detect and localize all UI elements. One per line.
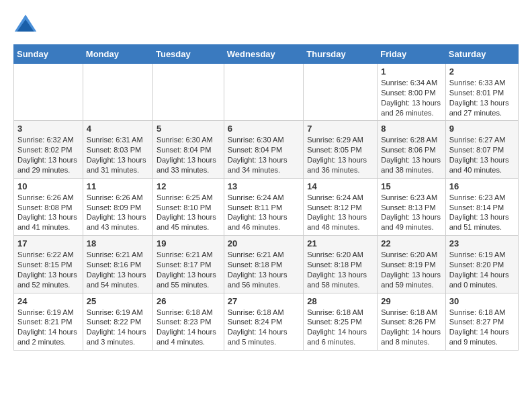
calendar-cell: 25Sunrise: 6:19 AMSunset: 8:22 PMDayligh…	[83, 293, 152, 350]
day-number: 28	[307, 296, 373, 306]
calendar-cell: 29Sunrise: 6:18 AMSunset: 8:26 PMDayligh…	[378, 293, 445, 350]
calendar-cell: 14Sunrise: 6:24 AMSunset: 8:12 PMDayligh…	[304, 178, 378, 235]
day-info: Sunrise: 6:25 AMSunset: 8:10 PMDaylight:…	[157, 193, 220, 232]
calendar-cell: 13Sunrise: 6:24 AMSunset: 8:11 PMDayligh…	[224, 178, 303, 235]
day-number: 29	[381, 296, 441, 306]
weekday-monday: Monday	[83, 45, 152, 64]
day-number: 7	[307, 124, 373, 134]
calendar-cell: 21Sunrise: 6:20 AMSunset: 8:18 PMDayligh…	[304, 236, 378, 293]
calendar-cell: 28Sunrise: 6:18 AMSunset: 8:25 PMDayligh…	[304, 293, 378, 350]
calendar-cell: 19Sunrise: 6:21 AMSunset: 8:17 PMDayligh…	[152, 236, 224, 293]
calendar-cell: 4Sunrise: 6:31 AMSunset: 8:03 PMDaylight…	[83, 121, 152, 178]
calendar-cell	[304, 64, 378, 121]
day-number: 22	[381, 238, 441, 248]
day-number: 4	[87, 124, 149, 134]
day-info: Sunrise: 6:21 AMSunset: 8:17 PMDaylight:…	[157, 250, 220, 289]
calendar-cell: 30Sunrise: 6:18 AMSunset: 8:27 PMDayligh…	[445, 293, 518, 350]
weekday-friday: Friday	[378, 45, 445, 64]
calendar-cell: 16Sunrise: 6:23 AMSunset: 8:14 PMDayligh…	[445, 178, 518, 235]
calendar-cell	[14, 64, 83, 121]
calendar-cell: 7Sunrise: 6:29 AMSunset: 8:05 PMDaylight…	[304, 121, 378, 178]
day-info: Sunrise: 6:21 AMSunset: 8:16 PMDaylight:…	[87, 250, 149, 289]
calendar-cell: 3Sunrise: 6:32 AMSunset: 8:02 PMDaylight…	[14, 121, 83, 178]
day-info: Sunrise: 6:18 AMSunset: 8:26 PMDaylight:…	[381, 308, 441, 347]
calendar-cell: 18Sunrise: 6:21 AMSunset: 8:16 PMDayligh…	[83, 236, 152, 293]
day-info: Sunrise: 6:19 AMSunset: 8:20 PMDaylight:…	[449, 250, 515, 289]
calendar-cell: 15Sunrise: 6:23 AMSunset: 8:13 PMDayligh…	[378, 178, 445, 235]
day-info: Sunrise: 6:32 AMSunset: 8:02 PMDaylight:…	[17, 135, 79, 175]
day-number: 9	[449, 124, 515, 134]
day-number: 10	[17, 181, 79, 191]
weekday-thursday: Thursday	[304, 45, 378, 64]
day-info: Sunrise: 6:30 AMSunset: 8:04 PMDaylight:…	[228, 135, 300, 175]
calendar-cell: 9Sunrise: 6:27 AMSunset: 8:07 PMDaylight…	[445, 121, 518, 178]
day-info: Sunrise: 6:30 AMSunset: 8:04 PMDaylight:…	[157, 135, 220, 175]
week-row-2: 10Sunrise: 6:26 AMSunset: 8:08 PMDayligh…	[14, 178, 519, 235]
day-info: Sunrise: 6:29 AMSunset: 8:05 PMDaylight:…	[307, 135, 373, 175]
calendar-cell: 10Sunrise: 6:26 AMSunset: 8:08 PMDayligh…	[14, 178, 83, 235]
calendar-cell: 23Sunrise: 6:19 AMSunset: 8:20 PMDayligh…	[445, 236, 518, 293]
day-number: 8	[381, 124, 441, 134]
week-row-4: 24Sunrise: 6:19 AMSunset: 8:21 PMDayligh…	[14, 293, 519, 350]
day-number: 11	[87, 181, 149, 191]
weekday-header-row: SundayMondayTuesdayWednesdayThursdayFrid…	[14, 45, 519, 64]
logo	[13, 13, 40, 38]
day-info: Sunrise: 6:27 AMSunset: 8:07 PMDaylight:…	[449, 135, 515, 175]
calendar-cell: 20Sunrise: 6:21 AMSunset: 8:18 PMDayligh…	[224, 236, 303, 293]
day-number: 24	[17, 296, 79, 306]
calendar-cell: 24Sunrise: 6:19 AMSunset: 8:21 PMDayligh…	[14, 293, 83, 350]
day-number: 26	[157, 296, 220, 306]
day-info: Sunrise: 6:26 AMSunset: 8:08 PMDaylight:…	[17, 193, 79, 232]
day-number: 25	[87, 296, 149, 306]
day-number: 16	[449, 181, 515, 191]
day-number: 21	[307, 238, 373, 248]
day-number: 14	[307, 181, 373, 191]
day-info: Sunrise: 6:18 AMSunset: 8:25 PMDaylight:…	[307, 308, 373, 347]
weekday-tuesday: Tuesday	[152, 45, 224, 64]
calendar-body: 1Sunrise: 6:34 AMSunset: 8:00 PMDaylight…	[14, 64, 519, 351]
day-number: 5	[157, 124, 220, 134]
day-number: 1	[381, 66, 441, 77]
day-number: 17	[17, 238, 79, 248]
day-info: Sunrise: 6:24 AMSunset: 8:11 PMDaylight:…	[228, 193, 300, 232]
day-info: Sunrise: 6:18 AMSunset: 8:23 PMDaylight:…	[157, 308, 220, 347]
calendar-cell: 1Sunrise: 6:34 AMSunset: 8:00 PMDaylight…	[378, 64, 445, 121]
day-info: Sunrise: 6:26 AMSunset: 8:09 PMDaylight:…	[87, 193, 149, 232]
calendar-cell	[83, 64, 152, 121]
day-number: 27	[228, 296, 300, 306]
day-info: Sunrise: 6:24 AMSunset: 8:12 PMDaylight:…	[307, 193, 373, 232]
day-number: 15	[381, 181, 441, 191]
day-info: Sunrise: 6:23 AMSunset: 8:13 PMDaylight:…	[381, 193, 441, 232]
calendar-table: SundayMondayTuesdayWednesdayThursdayFrid…	[13, 44, 519, 351]
day-number: 6	[228, 124, 300, 134]
day-number: 13	[228, 181, 300, 191]
calendar-header: SundayMondayTuesdayWednesdayThursdayFrid…	[14, 45, 519, 64]
calendar-cell: 12Sunrise: 6:25 AMSunset: 8:10 PMDayligh…	[152, 178, 224, 235]
day-number: 23	[449, 238, 515, 248]
calendar-cell: 26Sunrise: 6:18 AMSunset: 8:23 PMDayligh…	[152, 293, 224, 350]
day-info: Sunrise: 6:19 AMSunset: 8:21 PMDaylight:…	[17, 308, 79, 347]
page-header	[13, 13, 519, 38]
day-info: Sunrise: 6:18 AMSunset: 8:24 PMDaylight:…	[228, 308, 300, 347]
day-info: Sunrise: 6:19 AMSunset: 8:22 PMDaylight:…	[87, 308, 149, 347]
calendar-cell: 8Sunrise: 6:28 AMSunset: 8:06 PMDaylight…	[378, 121, 445, 178]
week-row-1: 3Sunrise: 6:32 AMSunset: 8:02 PMDaylight…	[14, 121, 519, 178]
calendar-cell: 11Sunrise: 6:26 AMSunset: 8:09 PMDayligh…	[83, 178, 152, 235]
calendar-cell: 5Sunrise: 6:30 AMSunset: 8:04 PMDaylight…	[152, 121, 224, 178]
day-number: 19	[157, 238, 220, 248]
week-row-0: 1Sunrise: 6:34 AMSunset: 8:00 PMDaylight…	[14, 64, 519, 121]
calendar-cell: 6Sunrise: 6:30 AMSunset: 8:04 PMDaylight…	[224, 121, 303, 178]
day-info: Sunrise: 6:28 AMSunset: 8:06 PMDaylight:…	[381, 135, 441, 175]
calendar-cell	[224, 64, 303, 121]
day-info: Sunrise: 6:34 AMSunset: 8:00 PMDaylight:…	[381, 78, 441, 118]
day-info: Sunrise: 6:22 AMSunset: 8:15 PMDaylight:…	[17, 250, 79, 289]
calendar-cell: 17Sunrise: 6:22 AMSunset: 8:15 PMDayligh…	[14, 236, 83, 293]
day-number: 30	[449, 296, 515, 306]
weekday-wednesday: Wednesday	[224, 45, 303, 64]
calendar-cell	[152, 64, 224, 121]
day-info: Sunrise: 6:23 AMSunset: 8:14 PMDaylight:…	[449, 193, 515, 232]
calendar-cell: 2Sunrise: 6:33 AMSunset: 8:01 PMDaylight…	[445, 64, 518, 121]
day-number: 2	[449, 66, 515, 77]
weekday-saturday: Saturday	[445, 45, 518, 64]
calendar-cell: 27Sunrise: 6:18 AMSunset: 8:24 PMDayligh…	[224, 293, 303, 350]
